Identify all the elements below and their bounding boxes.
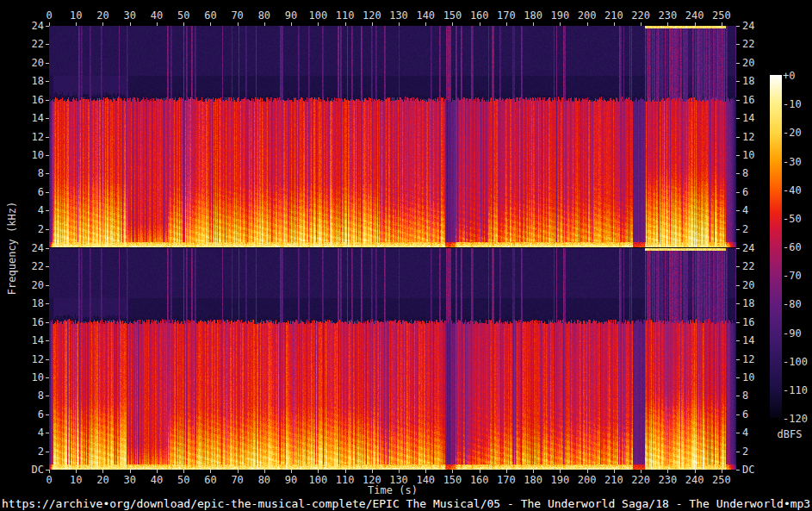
freq-tick-label: 2 — [742, 224, 748, 234]
time-tick-label: 180 — [524, 475, 542, 485]
time-tick-mark — [533, 470, 534, 473]
time-tick-mark — [49, 22, 50, 26]
time-tick-mark — [506, 22, 507, 26]
freq-tick-mark — [736, 266, 740, 267]
time-tick-mark — [102, 22, 103, 26]
freq-tick-mark — [736, 433, 740, 433]
colorbar-unit-label: dBFS — [770, 429, 809, 439]
time-tick-label: 230 — [659, 475, 678, 485]
time-tick-label: 220 — [631, 10, 650, 21]
freq-tick-label: 10 — [0, 150, 44, 160]
freq-tick-mark — [46, 266, 49, 267]
time-tick-mark — [399, 470, 400, 473]
time-tick-label: 250 — [712, 475, 731, 485]
time-tick-label: 20 — [96, 10, 108, 21]
freq-tick-label: 12 — [742, 132, 754, 142]
freq-tick-mark — [736, 359, 740, 360]
freq-tick-label: 24 — [0, 21, 44, 31]
freq-tick-label: 14 — [742, 335, 754, 346]
time-tick-mark — [238, 22, 239, 26]
time-tick-label: 10 — [70, 475, 82, 485]
freq-tick-label: 16 — [0, 95, 44, 105]
freq-tick-mark — [46, 340, 49, 341]
time-tick-mark — [264, 470, 265, 473]
freq-tick-mark — [736, 248, 740, 249]
time-tick-label: 160 — [470, 475, 489, 485]
freq-tick-label: 22 — [0, 39, 44, 49]
colorbar-tick-label: -110 — [783, 385, 808, 396]
time-tick-label: 200 — [578, 475, 597, 485]
time-tick-label: 220 — [631, 475, 650, 485]
freq-tick-label: 6 — [0, 187, 44, 197]
time-tick-mark — [452, 470, 453, 473]
time-tick-label: 40 — [151, 475, 163, 485]
time-tick-mark — [425, 22, 426, 26]
time-tick-mark — [399, 22, 400, 26]
time-tick-mark — [76, 22, 77, 26]
freq-tick-label: 14 — [742, 113, 754, 123]
freq-tick-label: 10 — [742, 372, 754, 383]
time-tick-label: 110 — [336, 10, 355, 21]
freq-tick-label: 20 — [0, 280, 44, 290]
freq-tick-mark — [736, 414, 740, 415]
freq-tick-mark — [736, 303, 740, 304]
freq-tick-mark — [736, 26, 740, 27]
time-tick-mark — [614, 470, 615, 473]
freq-tick-label: 24 — [742, 243, 754, 253]
freq-tick-mark — [736, 173, 740, 174]
colorbar-tick-label: -60 — [783, 242, 802, 252]
freq-tick-label: 12 — [0, 132, 44, 142]
colorbar-tick-label: -10 — [783, 99, 802, 109]
time-tick-label: 180 — [524, 10, 542, 21]
freq-tick-label: DC — [742, 464, 754, 475]
time-tick-mark — [183, 470, 184, 473]
freq-tick-label: 14 — [0, 113, 44, 123]
time-tick-label: 100 — [308, 475, 327, 485]
colorbar-tick-label: -70 — [783, 271, 802, 281]
colorbar-tick-label: -50 — [783, 214, 802, 224]
freq-tick-mark — [46, 100, 49, 101]
time-tick-label: 140 — [416, 475, 435, 485]
time-tick-label: 0 — [46, 10, 52, 21]
time-tick-mark — [210, 470, 211, 473]
freq-tick-label: 4 — [0, 205, 44, 215]
freq-tick-label: 12 — [742, 354, 754, 365]
colorbar-tick-label: -40 — [783, 185, 802, 196]
freq-tick-label: 16 — [0, 317, 44, 327]
freq-tick-mark — [46, 452, 49, 452]
freq-tick-mark — [736, 470, 740, 470]
time-tick-mark — [76, 470, 77, 473]
colorbar-tick-label: -120 — [783, 414, 808, 424]
freq-tick-mark — [46, 26, 49, 27]
time-tick-mark — [695, 22, 696, 26]
time-tick-mark — [614, 22, 615, 26]
time-tick-mark — [183, 22, 184, 26]
freq-tick-mark — [736, 118, 740, 119]
freq-tick-mark — [46, 433, 49, 433]
time-tick-label: 50 — [177, 475, 189, 485]
spectrogram-channel-right — [49, 248, 736, 470]
time-tick-label: 250 — [712, 10, 731, 21]
colorbar-tick-label: -90 — [783, 328, 802, 339]
freq-tick-mark — [736, 155, 740, 156]
time-tick-label: 150 — [443, 475, 462, 485]
freq-tick-mark — [46, 303, 49, 304]
time-tick-mark — [641, 470, 642, 473]
colorbar-gradient — [770, 75, 782, 418]
freq-tick-label: 4 — [742, 205, 748, 215]
freq-tick-mark — [736, 396, 740, 396]
time-tick-mark — [291, 470, 292, 473]
freq-tick-mark — [46, 44, 49, 45]
time-tick-label: 140 — [416, 10, 435, 21]
time-tick-mark — [264, 22, 265, 26]
time-tick-label: 60 — [204, 475, 216, 485]
freq-tick-label: 18 — [742, 298, 754, 308]
freq-tick-label: 24 — [0, 243, 44, 253]
freq-tick-mark — [46, 137, 49, 138]
time-tick-mark — [641, 22, 642, 26]
time-tick-label: 30 — [123, 10, 135, 21]
spectrogram-channel-left — [49, 26, 736, 247]
freq-tick-mark — [46, 81, 49, 82]
freq-tick-label: 2 — [0, 224, 44, 234]
source-url: https://archive•org/download/epic-the-mu… — [2, 498, 810, 509]
